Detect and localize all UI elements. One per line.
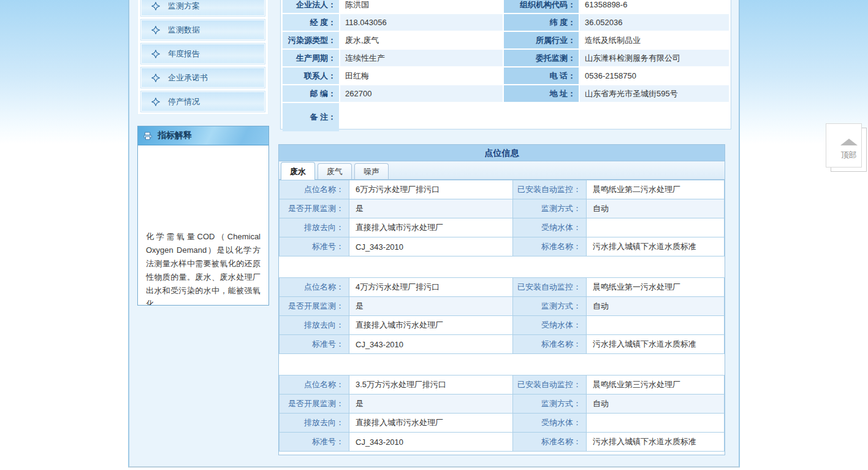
field-value: 自动 [587, 395, 725, 414]
field-label: 是否开展监测： [280, 199, 349, 218]
field-label: 是否开展监测： [280, 395, 349, 414]
section-title: 点位信息 [278, 144, 725, 161]
table-row: 经 度： 118.043056 纬 度： 36.052036 [283, 14, 729, 31]
sidebar-item-commitment-letter[interactable]: 企业承诺书 [141, 67, 265, 88]
field-label: 标准名称： [513, 335, 587, 354]
point-tab-content: 点位名称： 6万方污水处理厂排污口 已安装自动监控： 晨鸣纸业第二污水处理厂 是… [278, 179, 725, 455]
field-value: 陈洪国 [340, 0, 503, 13]
field-label: 已安装自动监控： [513, 278, 587, 297]
sidebar-item-production-halt[interactable]: 停产情况 [141, 91, 265, 112]
back-to-top-label: 顶部 [831, 150, 866, 161]
field-value: 晨鸣纸业第三污水处理厂 [587, 376, 725, 395]
tab-wastewater[interactable]: 废水 [281, 162, 315, 180]
field-value: 自动 [587, 297, 725, 316]
field-value: 晨鸣纸业第二污水处理厂 [587, 180, 725, 199]
field-value: 直接排入城市污水处理厂 [349, 414, 513, 433]
field-value: 36.052036 [580, 14, 729, 31]
field-value: 262700 [340, 85, 503, 102]
field-value: 田红梅 [340, 67, 503, 84]
table-row: 是否开展监测： 是 监测方式： 自动 [280, 395, 725, 414]
table-row: 点位名称： 6万方污水处理厂排污口 已安装自动监控： 晨鸣纸业第二污水处理厂 [280, 180, 725, 199]
field-label: 备 注： [283, 103, 339, 131]
arrow-up-icon [840, 139, 858, 145]
table-row: 生产周期： 连续性生产 委托监测： 山东潍科检测服务有限公司 [283, 50, 729, 66]
field-value: 是 [349, 395, 513, 414]
sidebar-item-label: 监测方案 [168, 1, 200, 12]
field-label: 是否开展监测： [280, 297, 349, 316]
sidebar-item-label: 停产情况 [168, 96, 200, 107]
field-label: 生产周期： [283, 50, 339, 66]
field-label: 监测方式： [513, 395, 587, 414]
point-table: 点位名称： 3.5万方污水处理厂排污口 已安装自动监控： 晨鸣纸业第三污水处理厂… [279, 375, 725, 452]
company-info-table: 企业法人： 陈洪国 组织机构代码： 61358898-6 经 度： 118.04… [281, 0, 730, 133]
sidebar-item-monitoring-data[interactable]: 监测数据 [141, 20, 265, 40]
printer-icon [143, 131, 152, 140]
field-value: 造纸及纸制品业 [580, 32, 729, 48]
diamond-icon [151, 50, 160, 58]
table-row: 标准号： CJ_343-2010 标准名称： 污水排入城镇下水道水质标准 [280, 335, 725, 354]
field-value: 是 [349, 199, 513, 218]
field-value: 污水排入城镇下水道水质标准 [587, 433, 725, 452]
table-row: 邮 编： 262700 地 址： 山东省寿光市圣城街595号 [283, 85, 729, 102]
field-label: 企业法人： [283, 0, 339, 13]
field-value: 废水,废气 [340, 32, 503, 48]
field-value: 是 [349, 297, 513, 316]
field-label: 点位名称： [280, 180, 349, 199]
table-row: 排放去向： 直接排入城市污水处理厂 受纳水体： [280, 218, 725, 237]
field-label: 标准名称： [513, 433, 587, 452]
field-label: 点位名称： [280, 278, 349, 297]
field-label: 污染源类型： [283, 32, 339, 48]
point-table: 点位名称： 6万方污水处理厂排污口 已安装自动监控： 晨鸣纸业第二污水处理厂 是… [279, 180, 725, 256]
table-row: 是否开展监测： 是 监测方式： 自动 [280, 199, 725, 218]
table-row: 企业法人： 陈洪国 组织机构代码： 61358898-6 [283, 0, 729, 13]
field-value: 118.043056 [340, 14, 503, 31]
indicator-explanation-panel: 指标解释 化学需氧量COD（Chemical Oxygen Demand）是以化… [137, 126, 269, 306]
point-info-section: 点位信息 废水 废气 噪声 点位名称： 6万方污水处理厂排污口 已安装自动监控：… [278, 144, 725, 455]
field-value: 61358898-6 [580, 0, 729, 13]
field-label: 排放去向： [280, 414, 349, 433]
field-value: 直接排入城市污水处理厂 [349, 218, 513, 237]
diamond-icon [151, 74, 160, 82]
field-value [587, 316, 725, 335]
field-label: 经 度： [283, 14, 339, 31]
field-label: 受纳水体： [513, 316, 587, 335]
back-to-top-button[interactable]: 顶部 [831, 128, 867, 172]
field-label: 受纳水体： [513, 414, 587, 433]
tab-waste-gas[interactable]: 废气 [318, 163, 352, 179]
table-row: 联系人： 田红梅 电 话： 0536-2158750 [283, 67, 729, 84]
field-label: 地 址： [504, 85, 579, 102]
table-row: 标准号： CJ_343-2010 标准名称： 污水排入城镇下水道水质标准 [280, 433, 725, 452]
field-value: CJ_343-2010 [349, 237, 513, 256]
field-label: 标准号： [280, 237, 349, 256]
field-value: 污水排入城镇下水道水质标准 [587, 335, 725, 354]
field-value: 4万方污水处理厂排污口 [349, 278, 513, 297]
sidebar-item-label: 年度报告 [168, 48, 200, 60]
field-label: 委托监测： [504, 50, 579, 66]
diamond-icon [151, 98, 160, 106]
tab-noise[interactable]: 噪声 [354, 163, 389, 179]
field-value [587, 414, 725, 433]
field-label: 标准号： [280, 335, 349, 354]
sidebar-item-annual-report[interactable]: 年度报告 [141, 44, 265, 64]
field-label: 邮 编： [283, 85, 339, 102]
field-value: CJ_343-2010 [349, 433, 513, 452]
field-value: 6万方污水处理厂排污口 [349, 180, 513, 199]
sidebar-item-monitoring-plan[interactable]: 监测方案 [141, 0, 265, 16]
field-label: 排放去向： [280, 316, 349, 335]
field-label: 监测方式： [513, 199, 587, 218]
field-label: 所属行业： [504, 32, 579, 48]
field-value: 山东潍科检测服务有限公司 [580, 50, 729, 66]
table-row: 标准号： CJ_343-2010 标准名称： 污水排入城镇下水道水质标准 [280, 237, 725, 256]
field-label: 监测方式： [513, 297, 587, 316]
field-value [587, 218, 725, 237]
field-value: CJ_343-2010 [349, 335, 513, 354]
field-label: 联系人： [283, 67, 339, 84]
sidebar-item-label: 监测数据 [168, 25, 200, 36]
field-label: 标准名称： [513, 237, 587, 256]
field-value: 山东省寿光市圣城街595号 [580, 85, 729, 102]
table-row: 排放去向： 直接排入城市污水处理厂 受纳水体： [280, 414, 725, 433]
page-container: 监测方案 监测数据 年度报告 企业承诺书 停产情况 [128, 0, 740, 468]
point-table: 点位名称： 4万方污水处理厂排污口 已安装自动监控： 晨鸣纸业第一污水处理厂 是… [279, 277, 725, 354]
table-row: 备 注： [283, 103, 729, 131]
field-value: 自动 [587, 199, 725, 218]
